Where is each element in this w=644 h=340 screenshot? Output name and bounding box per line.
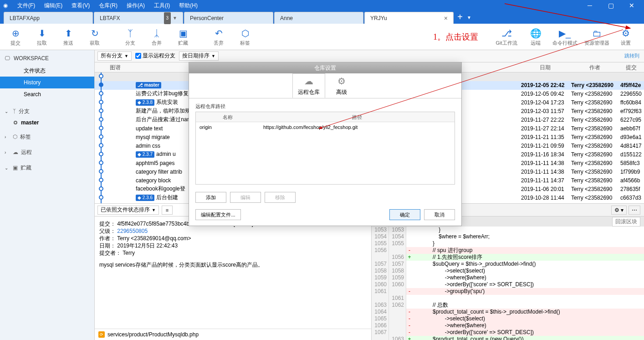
menu-edit[interactable]: 编辑(E) (40, 0, 67, 11)
remove-remote-button[interactable]: 移除 (265, 192, 296, 203)
diff-line[interactable]: 1067- ->orderBy(['score' => SORT_DESC]) (372, 329, 644, 336)
svg-point-15 (99, 135, 103, 139)
push-button[interactable]: ⬆推送 (56, 25, 80, 49)
menu-view[interactable]: 查看(V) (67, 0, 94, 11)
diff-more-button[interactable]: ⋯ (629, 206, 640, 215)
parent-link[interactable]: 2296550805 (117, 228, 148, 234)
diff-line[interactable]: 10551055 } (372, 240, 644, 247)
tab-lbtafx[interactable]: LBTAFX3▼ (94, 12, 183, 24)
col-date: 日期 (519, 62, 571, 72)
sidebar-filestatus[interactable]: 文件状态 (0, 65, 94, 77)
remote-name-cell: origin (196, 124, 260, 130)
branch-button[interactable]: ᛉ分支 (118, 25, 142, 49)
view-mode-button[interactable]: ≡ (162, 206, 173, 215)
diff-line[interactable]: 10631062 // 总数 (372, 302, 644, 309)
diff-body[interactable]: 10531053 }10541054 $where = $whereArr;10… (372, 227, 644, 340)
show-remote-checkbox[interactable]: 显示远程分支 (135, 52, 175, 60)
chevron-down-icon: ▼ (173, 12, 177, 24)
svg-point-23 (99, 170, 103, 173)
cancel-button[interactable]: 取消 (424, 209, 455, 220)
ok-button[interactable]: 确定 (389, 209, 420, 220)
sidebar-history[interactable]: History (0, 77, 94, 88)
tab-close-icon[interactable]: × (444, 12, 448, 24)
gitflow-button[interactable]: ⎇Git工作流 (492, 25, 521, 49)
remote-row[interactable]: origin https://github.com/fecshop/yii2_f… (196, 122, 455, 132)
tab-personcenter[interactable]: PersonCenter (184, 12, 273, 24)
branch-filter-select[interactable]: 所有分支 ▼ (97, 52, 132, 61)
sidebar-tags-group[interactable]: ›⬡标签 (0, 130, 94, 143)
menu-repo[interactable]: 仓库(R) (94, 0, 122, 11)
discard-button[interactable]: ↶丢弃 (207, 25, 230, 49)
tab-yrjyu[interactable]: YRJYu× (364, 12, 454, 24)
tag-button[interactable]: ⬡标签 (233, 25, 257, 49)
remote-button[interactable]: 🌐远端 (524, 25, 547, 49)
menu-file[interactable]: 文件(F) (13, 0, 40, 11)
window-minimize-button[interactable]: ─ (579, 0, 600, 11)
diff-line[interactable]: 1063+ $product_total_count = (new Query(… (372, 336, 644, 340)
fetch-button[interactable]: ↻获取 (83, 25, 107, 49)
menu-help[interactable]: 帮助(H) (174, 0, 202, 11)
discard-icon: ↶ (215, 27, 223, 40)
sort-select[interactable]: 按日期排序 ▼ (179, 52, 219, 61)
explorer-button[interactable]: 🗀资源管理器 (582, 25, 611, 49)
diff-line[interactable]: 10571057 $subQuery = $this->_productMode… (372, 261, 644, 268)
branch-icon: ᛉ (13, 108, 16, 114)
menu-tools[interactable]: 工具(I) (149, 0, 174, 11)
diff-line[interactable]: 1065- ->select($select) (372, 315, 644, 322)
titlebar: ◉ 文件(F) 编辑(E) 查看(V) 仓库(R) 操作(A) 工具(I) 帮助… (0, 0, 644, 11)
diff-line[interactable]: 1066- ->where($where) (372, 322, 644, 329)
edit-remote-button[interactable]: 编辑 (230, 192, 261, 203)
sort-mode-select[interactable]: 已依照文件状态排序 ▼ (97, 206, 159, 215)
svg-point-1 (99, 74, 103, 78)
window-maximize-button[interactable]: ▢ (600, 0, 621, 11)
chevron-down-icon: ⌄ (5, 165, 10, 170)
sidebar: 🖵WORKSPACE 文件状态 History Search ⌄ᛉ分支 mast… (0, 50, 95, 340)
gitflow-icon: ⎇ (501, 27, 512, 40)
stash-button[interactable]: ▣贮藏 (171, 25, 195, 49)
jump-to-link[interactable]: 跳转到 (624, 52, 639, 59)
diff-line[interactable]: 1056+ // 1.先按照score排序 (372, 254, 644, 261)
tag-icon: ⬡ (13, 134, 17, 140)
dialog-tab-advanced[interactable]: ⚙高级 (325, 73, 358, 98)
merge-button[interactable]: ᛣ合并 (145, 25, 169, 49)
sidebar-branches-group[interactable]: ⌄ᛉ分支 (0, 105, 94, 118)
add-remote-button[interactable]: 添加 (195, 192, 226, 203)
tab-dropdown-button[interactable]: ▼ (465, 12, 473, 24)
cli-button[interactable]: ▶_命令行模式 (550, 25, 579, 49)
revert-hunk-button[interactable]: 回滚区块 (612, 217, 640, 227)
diff-line[interactable]: 1064- $product_total_count = $this->_pro… (372, 309, 644, 315)
svg-point-25 (99, 178, 103, 182)
changed-file-row[interactable]: ⟳services/product/ProductMysqldb.php (95, 329, 371, 340)
tab-lbtafxapp[interactable]: LBTAFXApp (4, 12, 93, 24)
commit-button[interactable]: ⊕提交 (4, 25, 27, 49)
tab-anne[interactable]: Anne (274, 12, 363, 24)
cloud-icon: ☁ (304, 76, 313, 87)
diff-line[interactable]: 10591059 ->where($where) (372, 274, 644, 281)
diff-line[interactable]: 10581058 ->select($select) (372, 268, 644, 274)
tab-add-button[interactable]: + (455, 12, 465, 24)
terminal-icon: ▶_ (559, 27, 571, 40)
sidebar-stashes-group[interactable]: ⌄▣贮藏 (0, 161, 94, 174)
sidebar-remotes-group[interactable]: ›☁远程 (0, 146, 94, 159)
diff-line[interactable]: 1056- // spu 进行group (372, 247, 644, 254)
sidebar-search[interactable]: Search (0, 88, 94, 100)
sidebar-branch-master[interactable]: master (0, 118, 94, 128)
dialog-tab-remote[interactable]: ☁远程仓库 (292, 73, 325, 98)
diff-line[interactable]: 1061- ->groupBy('spu') (372, 288, 644, 295)
committer-value: Terry (123, 250, 135, 256)
col-author: 作者 (571, 62, 618, 72)
diff-settings-button[interactable]: ⚙ ▾ (611, 206, 627, 215)
diff-line[interactable]: 10601060 ->orderBy(['score' => SORT_DESC… (372, 281, 644, 288)
window-close-button[interactable]: ✕ (621, 0, 642, 11)
settings-button[interactable]: ⚙设置 (614, 25, 638, 49)
col-graph: 图谱 (95, 62, 136, 72)
remote-table: 名称 路径 origin https://github.com/fecshop/… (195, 112, 455, 185)
diff-line[interactable]: 10531053 } (372, 227, 644, 233)
diff-line[interactable]: 1061 (372, 295, 644, 302)
cloud-icon: ☁ (13, 149, 18, 155)
edit-config-button[interactable]: 编辑配置文件... (195, 209, 241, 220)
diff-line[interactable]: 10541054 $where = $whereArr; (372, 233, 644, 240)
pull-button[interactable]: ⬇拉取 (30, 25, 54, 49)
branch-icon: ᛉ (128, 27, 133, 40)
menu-action[interactable]: 操作(A) (122, 0, 149, 11)
